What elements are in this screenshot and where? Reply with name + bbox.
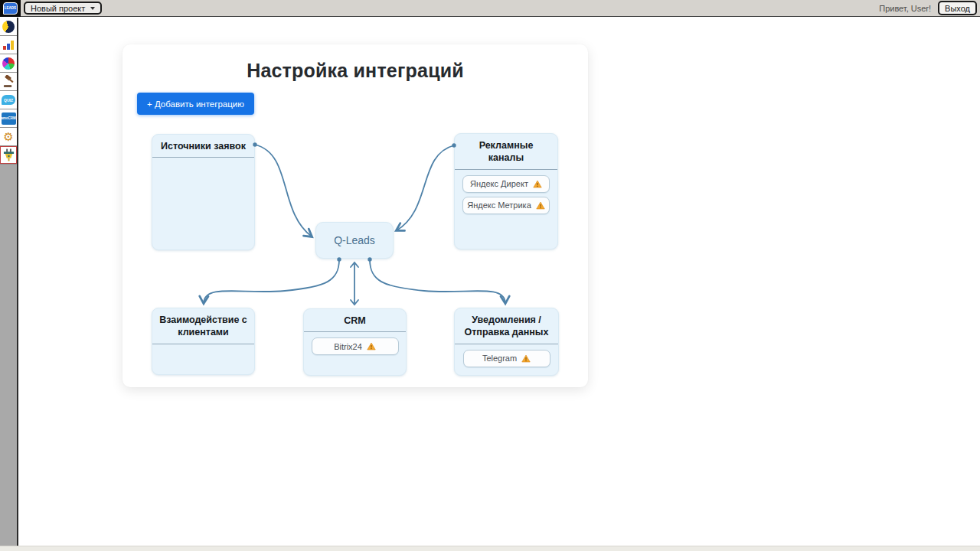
- bar-chart-icon: [3, 40, 14, 50]
- connector-qleads-to-clients: [204, 259, 339, 303]
- q-leads-logo-icon: LEADS: [3, 2, 18, 15]
- sidebar-item-reports[interactable]: [0, 54, 17, 73]
- sidebar-item-amocrm[interactable]: amoCRM: [0, 109, 17, 128]
- node-crm[interactable]: CRM Bitrix24: [303, 308, 407, 376]
- node-sources-body: [152, 158, 254, 163]
- node-clients-body: [152, 344, 254, 350]
- sidebar-item-quiz[interactable]: QUIZ: [0, 91, 17, 109]
- topbar-right: Привет, User! Выход: [879, 1, 980, 15]
- sidebar-item-analytics[interactable]: [0, 36, 17, 54]
- quiz-icon: QUIZ: [2, 95, 15, 105]
- node-notifications-title: Уведомления / Отправка данных: [455, 308, 558, 344]
- node-sources[interactable]: Источники заявок: [152, 134, 255, 250]
- integration-label: Яндекс Метрика: [467, 201, 531, 210]
- integration-yandex-direct[interactable]: Яндекс Директ: [462, 175, 550, 193]
- connector-channels-to-qleads: [397, 145, 454, 230]
- gavel-icon: [2, 75, 15, 88]
- node-crm-title: CRM: [304, 309, 406, 332]
- sidebar-item-auction[interactable]: [0, 73, 17, 91]
- pie-chart-icon: [2, 57, 15, 70]
- node-sources-title: Источники заявок: [152, 135, 254, 158]
- main-area: Настройка интеграций + Добавить интеграц…: [20, 18, 980, 546]
- app-logo: LEADS: [0, 0, 21, 17]
- sidebar: QUIZ amoCRM ⚙: [0, 18, 18, 546]
- integration-telegram[interactable]: Telegram: [463, 350, 550, 367]
- gear-icon: ⚙: [3, 131, 13, 142]
- integration-yandex-metrika[interactable]: Яндекс Метрика: [462, 197, 550, 214]
- integrations-card: Настройка интеграций + Добавить интеграц…: [122, 44, 588, 387]
- sidebar-item-settings[interactable]: ⚙: [0, 128, 17, 146]
- chevron-down-icon: [90, 7, 95, 10]
- connector-qleads-to-notifications: [370, 259, 505, 303]
- logout-button[interactable]: Выход: [938, 1, 977, 15]
- node-channels[interactable]: Рекламные каналы Яндекс Директ Яндекс Ме…: [454, 133, 558, 249]
- project-select[interactable]: Новый проект: [24, 2, 102, 15]
- integration-label: Яндекс Директ: [470, 179, 528, 188]
- bottom-status-strip: [0, 546, 980, 551]
- node-qleads[interactable]: Q-Leads: [315, 222, 394, 259]
- arrowhead-down: [351, 300, 358, 305]
- amocrm-icon: amoCRM: [2, 112, 16, 125]
- warning-icon: [533, 180, 542, 188]
- node-qleads-title: Q-Leads: [334, 234, 375, 246]
- project-select-value: Новый проект: [31, 4, 85, 13]
- node-notifications[interactable]: Уведомления / Отправка данных Telegram: [454, 308, 559, 376]
- topbar: LEADS Новый проект Привет, User! Выход: [0, 0, 980, 17]
- integration-label: Bitrix24: [334, 342, 362, 351]
- integration-bitrix24[interactable]: Bitrix24: [312, 337, 399, 355]
- integration-label: Telegram: [482, 354, 517, 363]
- node-clients[interactable]: Взаимодействие с клиентами: [152, 308, 255, 375]
- node-channels-body: Яндекс Директ Яндекс Метрика: [455, 170, 557, 214]
- warning-icon: [521, 354, 531, 363]
- plug-icon: [3, 148, 15, 161]
- warning-icon: [536, 201, 545, 210]
- node-channels-title: Рекламные каналы: [455, 134, 557, 170]
- sidebar-item-qleads[interactable]: [0, 18, 17, 36]
- warning-icon: [367, 342, 376, 350]
- app-window: LEADS Новый проект Привет, User! Выход: [0, 0, 980, 551]
- add-integration-button[interactable]: + Добавить интеграцию: [137, 93, 254, 115]
- node-crm-body: Bitrix24: [304, 332, 406, 355]
- node-clients-title: Взаимодействие с клиентами: [152, 308, 254, 344]
- node-notifications-body: Telegram: [455, 344, 558, 367]
- sidebar-item-integrations[interactable]: [0, 146, 17, 165]
- q-leads-round-icon: [2, 21, 15, 33]
- arrowhead-up: [351, 262, 358, 267]
- page-title: Настройка интеграций: [122, 60, 588, 82]
- greeting-text: Привет, User!: [879, 4, 931, 13]
- connector-sources-to-qleads: [255, 145, 312, 236]
